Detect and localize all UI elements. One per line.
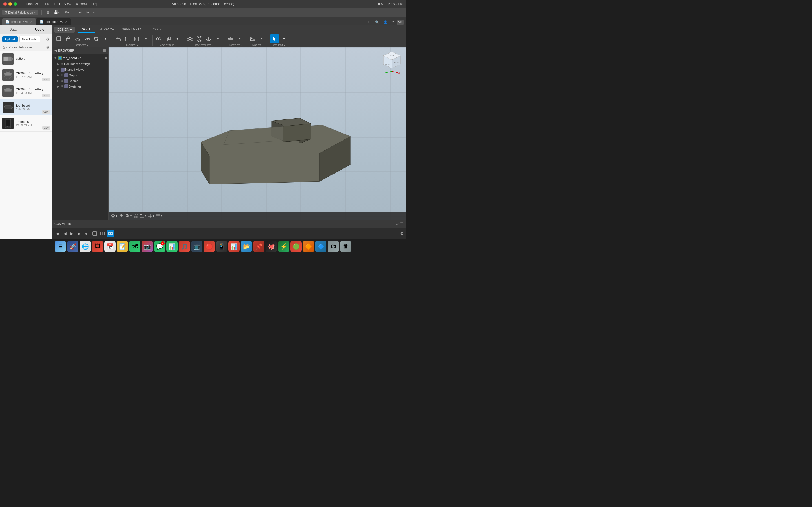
tree-item-root[interactable]: ▼ 🔷 fob_board v2: [52, 55, 108, 61]
timeline-next-button[interactable]: ▶: [77, 230, 82, 237]
dock-numbers[interactable]: 📊: [166, 241, 177, 252]
origin-visibility-icon[interactable]: 👁: [61, 73, 64, 77]
timeline-tool-3[interactable]: [107, 230, 114, 237]
dock-app2[interactable]: 🟢: [290, 241, 302, 252]
orbit-button[interactable]: ▾: [111, 214, 117, 218]
dock-finder2[interactable]: 🗂: [327, 241, 339, 252]
named-views-expand-icon[interactable]: ▶: [56, 68, 60, 71]
axis-icon[interactable]: [204, 34, 213, 43]
dock-notes[interactable]: 📝: [117, 241, 128, 252]
grid-mode-button[interactable]: ▾: [148, 214, 154, 218]
dock-messages[interactable]: 💬 2: [154, 241, 165, 252]
account-button[interactable]: 👤: [382, 19, 389, 25]
menu-file[interactable]: File: [45, 2, 50, 6]
help-button[interactable]: ?: [391, 20, 395, 25]
root-expand-icon[interactable]: ▼: [53, 56, 57, 60]
tree-item-origin[interactable]: ▶ 👁 Origin: [52, 72, 108, 78]
list-item[interactable]: battery: [0, 51, 52, 67]
fillet-icon[interactable]: [123, 34, 132, 43]
comments-collapse-icon[interactable]: ☰: [400, 222, 404, 226]
version-dropdown-icon[interactable]: ▾: [47, 94, 49, 97]
maximize-button[interactable]: [13, 2, 17, 6]
undo-dropdown-button[interactable]: ▾: [92, 9, 96, 15]
tab-fobboard-close[interactable]: ✕: [65, 20, 67, 23]
new-component-icon[interactable]: [54, 34, 63, 43]
select-chevron-icon[interactable]: ▾: [284, 44, 285, 47]
dock-app4[interactable]: 🔷: [315, 241, 326, 252]
dock-preview[interactable]: 🖼: [92, 241, 103, 252]
timeline-tool-2[interactable]: [99, 230, 106, 237]
timeline-rewind-button[interactable]: ⏮: [54, 230, 61, 237]
fit-button[interactable]: [133, 214, 138, 218]
dock-photos[interactable]: 📷: [142, 241, 153, 252]
mode-tab-sheetmetal[interactable]: SHEET METAL: [118, 26, 147, 33]
insert-image-icon[interactable]: [248, 34, 257, 43]
timeline-fastfwd-button[interactable]: ⏭: [84, 230, 90, 237]
loft-icon[interactable]: [92, 34, 101, 43]
doc-settings-expand-icon[interactable]: ▶: [56, 62, 60, 66]
design-dropdown-button[interactable]: DESIGN ▾: [54, 27, 75, 33]
dock-calendar[interactable]: 📅: [104, 241, 116, 252]
breadcrumb-settings-icon[interactable]: ⚙: [46, 45, 50, 50]
more-modify-icon[interactable]: ✦: [142, 34, 151, 43]
timeline-settings-icon[interactable]: ⚙: [400, 231, 404, 236]
more-assemble-icon[interactable]: ✦: [173, 34, 182, 43]
more-insert-icon[interactable]: ✦: [257, 34, 266, 43]
tab-iphone6-close[interactable]: ✕: [30, 20, 33, 23]
modify-chevron-icon[interactable]: ▾: [137, 44, 138, 47]
tab-iphone6[interactable]: 📄 iPhone_6 v1 ✕: [2, 18, 36, 25]
dock-trash[interactable]: 🗑: [340, 241, 351, 252]
tab-fobboard[interactable]: 📄 fob_board v2 ✕: [36, 18, 71, 25]
bodies-visibility-icon[interactable]: 👁: [61, 79, 64, 82]
create-chevron-icon[interactable]: ▾: [87, 44, 88, 47]
shell-icon[interactable]: [132, 34, 141, 43]
list-item[interactable]: iPhone_6 12:59:43 PM V1 ▾: [0, 115, 52, 131]
close-button[interactable]: [3, 2, 7, 6]
user-avatar[interactable]: SB: [397, 20, 404, 25]
dock-app1[interactable]: ⚡: [278, 241, 289, 252]
mode-tab-surface[interactable]: SURFACE: [95, 26, 118, 33]
insert-chevron-icon[interactable]: ▾: [261, 44, 263, 47]
origin-expand-icon[interactable]: ▶: [56, 73, 60, 77]
more-select-icon[interactable]: ▾: [280, 34, 289, 43]
viewport[interactable]: TOP FRONT RIGHT Z X Y: [109, 47, 406, 220]
dock-activity-monitor[interactable]: 📊: [229, 241, 240, 252]
add-tab-button[interactable]: +: [71, 20, 76, 25]
dock-zotero[interactable]: 📌: [253, 241, 264, 252]
select-icon[interactable]: [270, 34, 279, 43]
digital-fabrication-button[interactable]: ⊞ Digital Fabrication ▾: [2, 10, 38, 15]
sidebar-tab-data[interactable]: Data: [0, 25, 26, 34]
dock-image-capture[interactable]: 📂: [241, 241, 252, 252]
timeline-tool-1[interactable]: [91, 230, 98, 237]
bodies-expand-icon[interactable]: ▶: [56, 79, 60, 83]
tree-item-doc-settings[interactable]: ▶ ⚙ Document Settings: [52, 61, 108, 67]
sidebar-settings-icon[interactable]: ⚙: [46, 37, 50, 41]
timeline-prev-button[interactable]: ◀: [62, 230, 68, 237]
inspect-chevron-icon[interactable]: ▾: [241, 44, 242, 47]
more-construct-icon[interactable]: ✦: [213, 34, 222, 43]
sketches-visibility-icon[interactable]: 👁: [61, 85, 64, 88]
sync-button[interactable]: ↻: [366, 19, 372, 25]
dock-news[interactable]: 🔴: [204, 241, 215, 252]
joint-icon[interactable]: [154, 34, 163, 43]
save-button[interactable]: 💾▾: [52, 9, 61, 15]
press-pull-icon[interactable]: [114, 34, 123, 43]
menu-help[interactable]: Help: [91, 2, 98, 6]
dock-maps[interactable]: 🗺: [129, 241, 140, 252]
new-folder-button[interactable]: New Folder: [19, 36, 40, 42]
redo-button[interactable]: ↪: [85, 9, 91, 15]
dock-launchpad[interactable]: 🚀: [67, 241, 79, 252]
sweep-icon[interactable]: [82, 34, 91, 43]
assemble-chevron-icon[interactable]: ▾: [174, 44, 176, 47]
tree-item-sketches[interactable]: ▶ 👁 Sketches: [52, 83, 108, 89]
dock-tv[interactable]: 📺: [191, 241, 202, 252]
construct-chevron-icon[interactable]: ▾: [211, 44, 213, 47]
timeline-settings[interactable]: ⚙: [400, 231, 404, 236]
list-item[interactable]: CR2025_3v_battery 11:07:41 AM V2 ▾: [0, 67, 52, 83]
minimize-button[interactable]: [8, 2, 12, 6]
pan-button[interactable]: [119, 214, 123, 218]
viewport-options-button[interactable]: ▾: [156, 214, 162, 218]
search-button[interactable]: 🔍: [373, 19, 380, 25]
version-dropdown-icon[interactable]: ▾: [47, 110, 49, 113]
dock-app3[interactable]: 🔶: [303, 241, 314, 252]
